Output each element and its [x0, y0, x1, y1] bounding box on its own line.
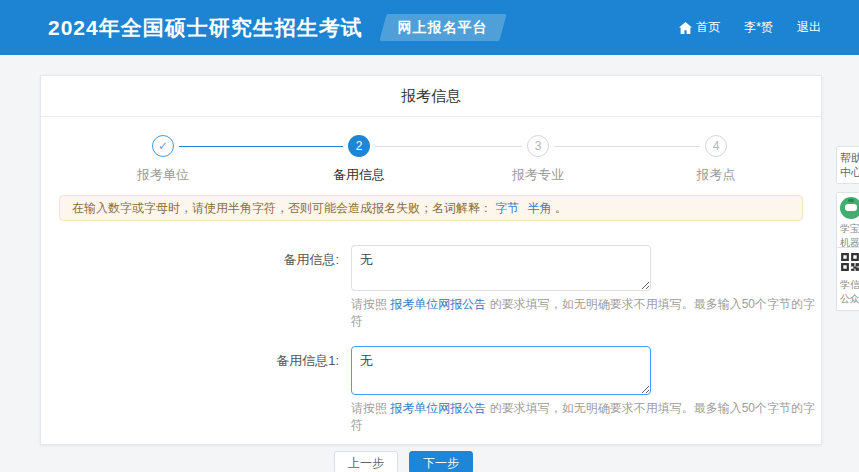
step-label: 报考单位: [118, 166, 208, 184]
step-label: 备用信息: [314, 166, 404, 184]
robot-line1: 学宝: [840, 222, 859, 236]
prev-step-button[interactable]: 上一步: [334, 451, 398, 472]
form-row-reserve-info-1: 备用信息1: 无: [41, 346, 821, 395]
green-robot-avatar-icon: [840, 197, 859, 219]
hint-prefix: 请按照: [351, 297, 390, 311]
reserve-info-1-label: 备用信息1:: [41, 346, 351, 395]
qr-code-icon: [840, 252, 859, 276]
step-label: 报考点: [671, 166, 761, 184]
step-done-check-icon: ✓: [152, 135, 174, 157]
step-buttons: 上一步 下一步: [334, 451, 821, 472]
reserve-info-hint: 请按照 报考单位网报公告 的要求填写，如无明确要求不用填写。最多输入50个字节的…: [351, 296, 821, 330]
card-title: 报考信息: [41, 76, 821, 117]
link-unit-announcement[interactable]: 报考单位网报公告: [390, 297, 486, 311]
application-info-card: 报考信息 ✓ 报考单位 2 备用信息 3 报考专业 4 报考点: [40, 75, 822, 445]
step-report-major: 3 报考专业: [493, 135, 583, 184]
help-center-line2: 中心: [840, 165, 859, 179]
top-header: 2024年全国硕士研究生招生考试 网上报名平台 首页 李*赟 退出: [0, 0, 859, 55]
step-report-unit: ✓ 报考单位: [118, 135, 208, 184]
xuebao-robot-widget[interactable]: 学宝 机器人: [836, 192, 859, 255]
form-row-reserve-info: 备用信息: 无: [41, 245, 821, 291]
top-nav: 首页 李*赟 退出: [679, 19, 821, 36]
home-icon: [679, 22, 692, 34]
nav-logout[interactable]: 退出: [797, 19, 821, 36]
platform-badge: 网上报名平台: [379, 14, 506, 41]
hint-prefix: 请按照: [351, 401, 390, 415]
stepper: ✓ 报考单位 2 备用信息 3 报考专业 4 报考点: [41, 135, 821, 195]
help-center-widget[interactable]: 帮助 中心: [836, 146, 859, 184]
reserve-info-textarea[interactable]: 无: [351, 245, 651, 291]
next-step-button[interactable]: 下一步: [409, 451, 473, 472]
qrcode-line1: 学信网: [840, 278, 859, 292]
link-unit-announcement[interactable]: 报考单位网报公告: [390, 401, 486, 415]
notice-text: 在输入数字或字母时，请使用半角字符，否则可能会造成报名失败；名词解释：: [72, 201, 492, 215]
reserve-info-1-textarea[interactable]: 无: [351, 346, 651, 395]
halfwidth-warning-notice: 在输入数字或字母时，请使用半角字符，否则可能会造成报名失败；名词解释： 字节 半…: [59, 195, 803, 221]
chsi-qrcode-widget[interactable]: 学信网 公众号: [836, 247, 859, 311]
nav-username[interactable]: 李*赟: [744, 19, 773, 36]
nav-home-label: 首页: [696, 19, 720, 36]
step-number: 3: [527, 135, 549, 157]
reserve-info-label: 备用信息:: [41, 245, 351, 291]
page: 2024年全国硕士研究生招生考试 网上报名平台 首页 李*赟 退出 报考信息 ✓: [0, 0, 859, 472]
step-label: 报考专业: [493, 166, 583, 184]
step-report-site: 4 报考点: [671, 135, 761, 184]
step-number: 2: [348, 135, 370, 157]
step-number: 4: [705, 135, 727, 157]
nav-home[interactable]: 首页: [679, 19, 720, 36]
help-center-line1: 帮助: [840, 151, 859, 165]
site-title: 2024年全国硕士研究生招生考试: [48, 14, 363, 42]
notice-suffix: 。: [555, 201, 567, 215]
reserve-info-1-hint: 请按照 报考单位网报公告 的要求填写，如无明确要求不用填写。最多输入50个字节的…: [351, 400, 821, 434]
link-halfwidth-explain[interactable]: 半角: [528, 201, 552, 215]
qrcode-line2: 公众号: [840, 292, 859, 306]
link-byte-explain[interactable]: 字节: [495, 201, 519, 215]
platform-badge-label: 网上报名平台: [398, 19, 488, 37]
step-reserve-info: 2 备用信息: [314, 135, 404, 184]
